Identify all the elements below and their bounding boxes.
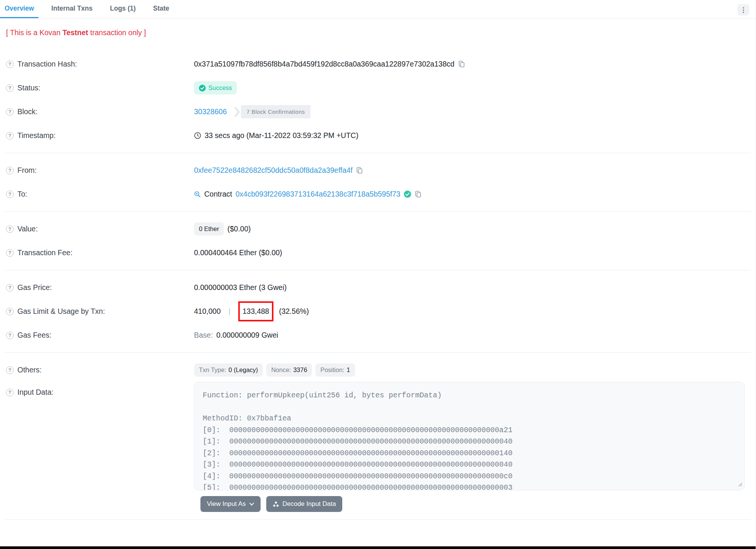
help-icon[interactable]: ? <box>6 284 14 292</box>
view-input-as-label: View Input As <box>207 500 246 508</box>
chevron-right-icon <box>234 106 240 118</box>
transaction-fee-label: ? Transaction Fee: <box>6 248 194 257</box>
block-confirmations-badge: 7 Block Confirmations <box>241 105 310 118</box>
label-text: Others: <box>17 366 42 374</box>
others-label: ? Others: <box>6 366 194 374</box>
label-text: Gas Fees: <box>17 331 51 340</box>
gas-limit-label: ? Gas Limit & Usage by Txn: <box>6 307 194 316</box>
status-badge: Success <box>194 81 237 95</box>
txn-type-label: Txn Type: <box>199 366 226 374</box>
to-address-link[interactable]: 0x4cb093f226983713164a62138c3f718a5b595f… <box>236 190 401 199</box>
timestamp-value: 33 secs ago (Mar-11-2022 03:59:32 PM +UT… <box>205 131 359 140</box>
caret-down-icon <box>249 502 254 506</box>
notice-text: [ This is a Kovan <box>6 28 62 37</box>
input-data-container: Function: performUpkeep(uint256 id, byte… <box>194 382 745 490</box>
gas-used-value: 133,488 <box>242 307 269 315</box>
label-text: Timestamp: <box>17 131 56 140</box>
position-badge: Position: 1 <box>315 363 355 377</box>
row-others: ? Others: Txn Type: 0 (Legacy) Nonce: 33… <box>5 358 751 382</box>
label-text: To: <box>17 190 27 199</box>
help-icon[interactable]: ? <box>6 308 14 315</box>
testnet-notice: [ This is a Kovan Testnet transaction on… <box>0 19 756 37</box>
gas-price-value: 0.000000003 Ether (3 Gwei) <box>194 283 287 292</box>
notice-bold-text: Testnet <box>62 28 88 37</box>
transaction-hash-value: 0x371a51097fb78df856f8b4a7bd459f192d8cc8… <box>194 60 455 68</box>
kebab-icon: ⋮ <box>740 6 747 14</box>
row-timestamp: ? Timestamp: 33 secs ago (Mar-11-2022 03… <box>5 124 751 147</box>
nonce-value: 3376 <box>293 366 307 374</box>
tab-bar: Overview Internal Txns Logs (1) State ⋮ <box>0 0 756 19</box>
row-gas-limit-usage: ? Gas Limit & Usage by Txn: 410,000 | 13… <box>5 299 751 323</box>
help-icon[interactable]: ? <box>6 332 14 339</box>
label-text: Gas Limit & Usage by Txn: <box>17 307 105 316</box>
nonce-badge: Nonce: 3376 <box>266 363 312 377</box>
from-address-link[interactable]: 0xfee7522e8482682cf50ddc50a0f8da2a39effa… <box>194 166 352 175</box>
label-text: From: <box>17 166 37 175</box>
tab-state[interactable]: State <box>149 0 174 18</box>
tab-overview[interactable]: Overview <box>0 0 39 18</box>
section-addresses: ? From: 0xfee7522e8482682cf50ddc50a0f8da… <box>5 153 751 212</box>
contract-prefix: Contract <box>204 190 232 199</box>
resize-handle-icon[interactable] <box>737 481 742 488</box>
base-fee-value: 0.000000009 Gwei <box>216 331 278 340</box>
row-transaction-hash: ? Transaction Hash: 0x371a51097fb78df856… <box>5 52 751 76</box>
label-text: Block: <box>17 107 37 116</box>
help-icon[interactable]: ? <box>6 389 14 396</box>
help-icon[interactable]: ? <box>6 249 14 257</box>
block-label: ? Block: <box>6 107 194 116</box>
row-from: ? From: 0xfee7522e8482682cf50ddc50a0f8da… <box>5 158 751 182</box>
input-data-textarea[interactable]: Function: performUpkeep(uint256 id, byte… <box>194 382 745 490</box>
block-number-link[interactable]: 30328606 <box>194 107 227 116</box>
txn-type-value: 0 (Legacy) <box>228 366 258 374</box>
notice-text-suffix: transaction only ] <box>88 28 146 37</box>
verified-check-icon <box>404 191 411 198</box>
label-text: Status: <box>17 84 40 92</box>
row-gas-fees: ? Gas Fees: Base: 0.000000009 Gwei <box>5 323 751 347</box>
section-overview-top: ? Transaction Hash: 0x371a51097fb78df856… <box>5 37 751 153</box>
timestamp-label: ? Timestamp: <box>6 131 194 140</box>
copy-icon[interactable] <box>356 167 363 174</box>
copy-icon[interactable] <box>414 191 422 198</box>
highlight-annotation-box: 133,488 <box>238 301 273 321</box>
position-label: Position: <box>320 366 344 374</box>
help-icon[interactable]: ? <box>6 191 14 198</box>
help-icon[interactable]: ? <box>6 167 14 174</box>
nonce-label: Nonce: <box>271 366 291 374</box>
txn-type-badge: Txn Type: 0 (Legacy) <box>194 363 263 377</box>
tab-logs[interactable]: Logs (1) <box>106 0 140 18</box>
decode-button-label: Decode Input Data <box>283 500 336 508</box>
bottom-bar <box>0 546 756 549</box>
decode-input-data-button[interactable]: Decode Input Data <box>266 496 343 512</box>
gas-used-percent: (32.56%) <box>279 307 309 316</box>
help-icon[interactable]: ? <box>6 108 14 116</box>
value-label: ? Value: <box>6 225 194 233</box>
transaction-fee-value: 0.000400464 Ether ($0.00) <box>194 248 282 257</box>
label-text: Gas Price: <box>17 283 52 292</box>
transaction-hash-label: ? Transaction Hash: <box>6 60 194 68</box>
label-text: Transaction Hash: <box>17 60 77 68</box>
section-gas: ? Gas Price: 0.000000003 Ether (3 Gwei) … <box>5 270 751 353</box>
section-others-input: ? Others: Txn Type: 0 (Legacy) Nonce: 33… <box>5 353 751 520</box>
more-options-button[interactable]: ⋮ <box>737 4 749 16</box>
row-status: ? Status: Success <box>5 76 751 100</box>
transaction-details: ? Transaction Hash: 0x371a51097fb78df856… <box>0 37 756 520</box>
pipe-separator: | <box>229 307 231 315</box>
help-icon[interactable]: ? <box>6 225 14 233</box>
decode-icon <box>273 501 279 507</box>
gas-limit-value: 410,000 <box>194 307 221 316</box>
help-icon[interactable]: ? <box>6 366 14 374</box>
copy-icon[interactable] <box>458 60 465 68</box>
row-block: ? Block: 30328606 7 Block Confirmations <box>5 100 751 124</box>
to-label: ? To: <box>6 190 194 199</box>
tab-internal-txns[interactable]: Internal Txns <box>47 0 97 18</box>
view-input-as-button[interactable]: View Input As <box>200 496 261 512</box>
check-circle-icon <box>199 85 206 92</box>
gas-price-label: ? Gas Price: <box>6 283 194 292</box>
magnifier-plus-icon[interactable] <box>194 191 201 198</box>
help-icon[interactable]: ? <box>6 60 14 68</box>
help-icon[interactable]: ? <box>6 84 14 92</box>
row-input-data: ? Input Data: Function: performUpkeep(ui… <box>5 382 751 490</box>
row-value: ? Value: 0 Ether ($0.00) <box>5 217 751 241</box>
help-icon[interactable]: ? <box>6 132 14 140</box>
input-data-actions: View Input As Decode Input Data <box>200 496 751 512</box>
